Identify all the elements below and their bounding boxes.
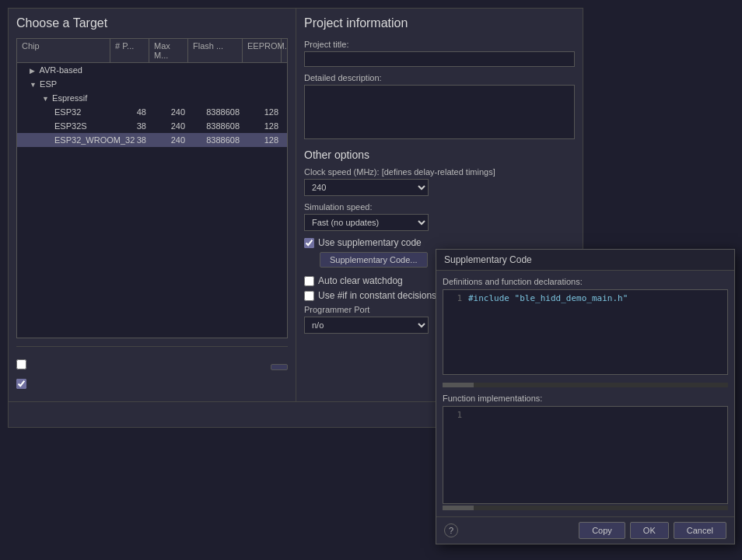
clock-speed-label: Clock speed (MHz): [defines delay-relate… [304,167,575,177]
tree-row[interactable]: ▼ Espressif [17,91,287,105]
simulation-speed-select[interactable]: Fast (no updates) Slow Medium [304,214,429,231]
write-config-checkbox-row [16,359,31,369]
project-title-label: Project title: [304,40,575,49]
header-pins: # P... [110,39,149,62]
tree-row[interactable]: ESP32_WROOM_32 38 240 8388608 128 [17,133,287,147]
use-supplementary-code-label: Use supplementary code [318,237,422,248]
definitions-scrollbar[interactable] [443,383,728,387]
other-options-title: Other options [304,149,575,161]
programmer-port-select[interactable]: n/o [304,317,429,334]
detailed-description-label: Detailed description: [304,73,575,82]
project-title-input[interactable] [304,51,575,67]
use-supplementary-code-checkbox[interactable] [304,238,314,248]
project-info-title: Project information [304,16,575,30]
expand-icon: ▼ [30,81,37,89]
tree-row[interactable]: ▼ ESP [17,77,287,91]
definitions-code-editor[interactable]: 1 #include "ble_hidd_demo_main.h" [443,289,728,375]
copy-button[interactable]: Copy [579,522,625,539]
tree-row[interactable]: ESP32 48 240 8388608 128 [17,105,287,119]
avr-based-label: ▶ AVR-based [17,65,110,75]
write-config-checkbox[interactable] [16,359,26,369]
cancel-button[interactable]: Cancel [674,522,726,539]
use-if-label: Use #if in constant decisions [318,290,436,301]
esp32-wroom-label: ESP32_WROOM_32 [17,135,110,145]
supplementary-code-button[interactable]: Supplementary Code... [320,252,428,268]
detailed-description-textarea[interactable] [304,85,575,139]
header-chip: Chip [17,39,110,62]
footer-right: Copy OK Cancel [579,522,726,539]
left-panel: Choose a Target Chip # P... Max M... Fla… [9,9,296,401]
chip-tree-table[interactable]: Chip # P... Max M... Flash ... EEPROM...… [16,38,288,338]
code-line: 1 #include "ble_hidd_demo_main.h" [446,293,724,303]
show-descriptive-names-row [16,379,288,389]
choose-target-title: Choose a Target [16,16,288,30]
use-if-checkbox[interactable] [304,291,314,301]
definitions-label: Definitions and function declarations: [443,277,728,286]
espressif-label: ▼ Espressif [17,93,110,103]
impl-scrollbar[interactable] [443,506,728,510]
code-content: #include "ble_hidd_demo_main.h" [468,293,628,303]
ok-button[interactable]: OK [630,522,669,539]
supp-dialog-footer: ? Copy OK Cancel [436,516,734,544]
clock-speed-select[interactable]: 240 160 80 [304,179,429,196]
tree-row[interactable]: ESP32S 38 240 8388608 128 [17,119,287,133]
supp-dialog-body: Definitions and function declarations: 1… [436,271,734,516]
clock-speed-option: Clock speed (MHz): [defines delay-relate… [304,167,575,196]
line-number: 1 [446,293,462,303]
configure-section [16,346,288,394]
show-descriptive-names-checkbox[interactable] [16,379,26,389]
supp-dialog-header: Supplementary Code [436,250,734,271]
help-icon[interactable]: ? [444,523,458,537]
auto-clear-watchdog-checkbox[interactable] [304,276,314,286]
auto-clear-watchdog-label: Auto clear watchdog [318,275,403,286]
use-supplementary-code-row: Use supplementary code [304,237,575,248]
simulation-speed-option: Simulation speed: Fast (no updates) Slow… [304,202,575,231]
code-line: 1 [446,410,724,420]
function-impl-label: Function implementations: [443,394,728,403]
tree-row[interactable]: ▶ AVR-based [17,63,287,77]
download-config-button[interactable] [271,364,288,370]
expand-icon: ▼ [42,95,50,103]
header-flash: Flash ... [188,39,243,62]
esp32-label: ESP32 [17,107,110,117]
tree-header: Chip # P... Max M... Flash ... EEPROM... [17,39,287,63]
header-maxm: Max M... [149,39,188,62]
expand-icon: ▶ [30,67,37,75]
supp-dialog-title: Supplementary Code [444,254,532,265]
footer-left: ? [444,523,458,537]
scrollbar-thumb [443,383,474,387]
esp-label: ▼ ESP [17,79,110,89]
scrollbar-thumb [443,506,474,510]
esp32s-label: ESP32S [17,121,110,131]
function-impl-code-editor[interactable]: 1 [443,406,728,504]
header-eeprom: EEPROM... [243,39,282,62]
line-number: 1 [446,410,462,420]
simulation-speed-label: Simulation speed: [304,202,575,212]
supplementary-code-dialog: Supplementary Code Definitions and funct… [436,249,735,544]
